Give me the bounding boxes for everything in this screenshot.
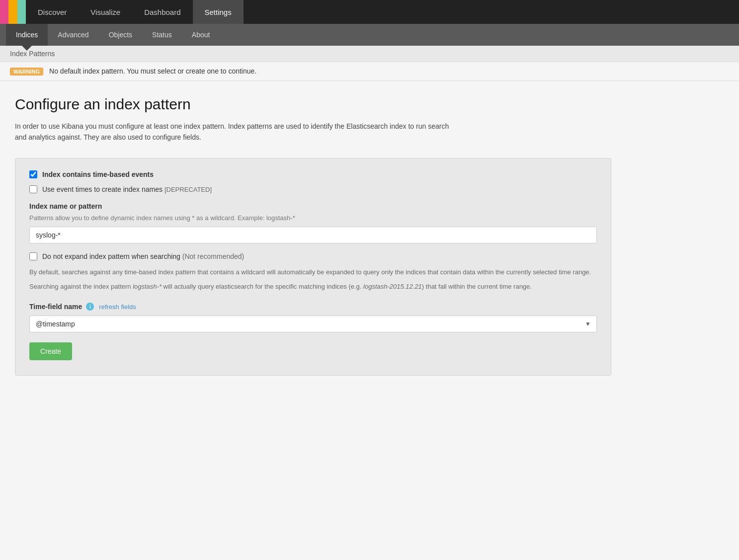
page-title: Configure an index pattern [15,96,724,113]
page-description: In order to use Kibana you must configur… [15,121,462,143]
content: Index Patterns Warning No default index … [0,46,739,560]
time-field-select-wrapper: @timestamp ▼ [29,316,597,332]
expand-desc-2: Searching against the index pattern logs… [29,282,597,292]
logo-stripe-3 [17,0,26,24]
warning-bar: Warning No default index pattern. You mu… [0,62,739,81]
logo-stripe-1 [0,0,8,24]
expand-section: Do not expand index pattern when searchi… [29,252,597,292]
subnav-objects[interactable]: Objects [99,24,142,46]
nav-visualize[interactable]: Visualize [79,0,132,24]
index-name-section: Index name or pattern Patterns allow you… [29,202,597,243]
checkbox-event-times-row: Use event times to create index names [D… [29,185,597,193]
warning-message: No default index pattern. You must selec… [49,67,256,75]
expand-checkbox-label[interactable]: Do not expand index pattern when searchi… [42,252,244,260]
checkbox-event-times-label[interactable]: Use event times to create index names [D… [42,185,212,193]
main-content: Configure an index pattern In order to u… [0,81,739,560]
sub-nav: Indices Advanced Objects Status About [0,24,739,46]
top-nav: Discover Visualize Dashboard Settings [0,0,739,24]
index-name-input[interactable] [29,227,597,243]
breadcrumb: Index Patterns [0,46,739,62]
expand-not-recommended: (Not recommended) [182,252,245,260]
checkbox-time-based-row: Index contains time-based events [29,170,597,178]
index-name-hint: Patterns allow you to define dynamic ind… [29,214,597,222]
checkbox-time-based-label[interactable]: Index contains time-based events [42,170,154,178]
checkbox-time-based[interactable] [29,170,37,178]
warning-badge: Warning [10,68,43,76]
nav-settings[interactable]: Settings [193,0,244,24]
deprecated-badge: [DEPRECATED] [164,186,212,193]
time-field-select[interactable]: @timestamp [29,316,597,332]
logo [0,0,26,24]
expand-desc-1: By default, searches against any time-ba… [29,267,597,278]
index-name-label: Index name or pattern [29,202,597,210]
logo-stripe-2 [8,0,17,24]
breadcrumb-label: Index Patterns [10,50,55,58]
subnav-status[interactable]: Status [142,24,182,46]
create-button[interactable]: Create [29,342,72,360]
checkbox-event-times[interactable] [29,185,37,193]
subnav-about[interactable]: About [182,24,220,46]
form-card: Index contains time-based events Use eve… [15,158,611,376]
subnav-advanced[interactable]: Advanced [48,24,98,46]
info-icon[interactable]: i [86,303,94,311]
time-field-label: Time-field name [29,303,82,311]
top-nav-items: Discover Visualize Dashboard Settings [26,0,244,24]
subnav-indices[interactable]: Indices [6,24,48,46]
time-field-row: Time-field name i refresh fields [29,303,597,311]
refresh-fields-link[interactable]: refresh fields [99,303,136,311]
nav-discover[interactable]: Discover [26,0,79,24]
nav-dashboard[interactable]: Dashboard [132,0,192,24]
expand-checkbox-row: Do not expand index pattern when searchi… [29,252,597,260]
checkbox-expand[interactable] [29,252,37,260]
